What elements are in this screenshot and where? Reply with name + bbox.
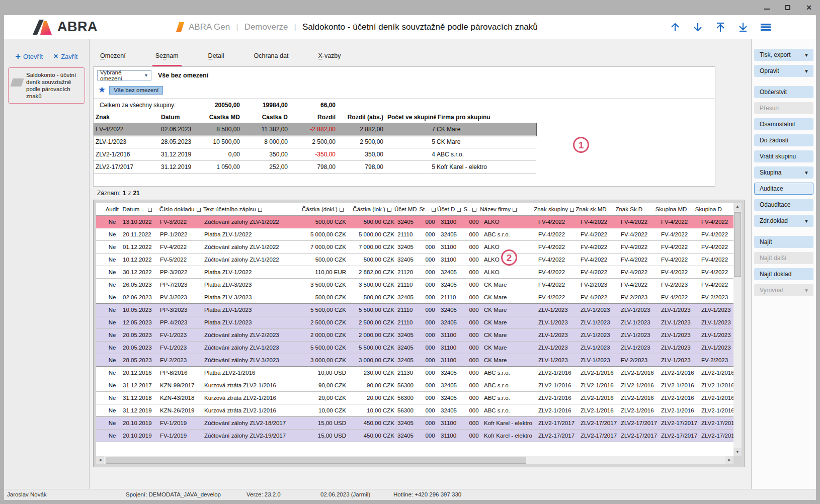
groups-column-header-rozdil-abs[interactable]: Rozdíl (abs.) (338, 114, 385, 121)
vertical-scrollbar[interactable]: ▲ ▼ (733, 203, 742, 456)
arrow-to-bottom-icon[interactable] (737, 22, 749, 33)
journal-table-row[interactable]: Ne20.12.2016PP-8/2016Platba ZLV2-1/20161… (96, 367, 733, 379)
restriction-chip[interactable]: Vše bez omezení (109, 86, 163, 95)
journal-column-header-znak-sk-md[interactable]: Znak sk.MD (574, 206, 614, 212)
v-scrollbar-thumb[interactable] (734, 212, 741, 277)
journal-column-header-cislo-dokladu[interactable]: Číslo dokladu (158, 206, 202, 212)
groups-table-row[interactable]: ZLV2-17/201731.12.20191 050,00252,00798,… (94, 161, 536, 174)
groups-table-row[interactable]: ZLV-1/202328.05.202310 500,008 000,002 5… (94, 136, 536, 148)
filter-checkbox-icon[interactable] (570, 208, 574, 212)
scroll-down-button[interactable]: ▼ (733, 448, 742, 456)
journal-table-row[interactable]: Ne20.10.2019FV-1/2019Zúčtování zálohy ZL… (96, 430, 733, 442)
horizontal-scrollbar[interactable]: ◄ ► (96, 456, 733, 464)
sidebar-button-do-zadosti[interactable]: Do žádostí (754, 134, 813, 146)
maximize-button[interactable] (784, 3, 792, 12)
journal-table-row[interactable]: Ne20.11.2022PP-1/2022Platba ZLV-1/20225 … (96, 228, 733, 241)
journal-cell: 000 (465, 244, 482, 250)
journal-column-header-znak-sk-d[interactable]: Znak Sk.D (614, 206, 653, 212)
journal-column-header-datum[interactable]: Datum ... (121, 206, 158, 212)
filter-checkbox-icon[interactable] (197, 208, 201, 212)
tab-ochrana-dat[interactable]: Ochrana dat (251, 51, 292, 66)
open-button[interactable]: + Otevřít (16, 53, 43, 60)
sidebar-button-najit[interactable]: Najít (754, 236, 813, 248)
arrow-down-icon[interactable] (692, 22, 704, 33)
sidebar-button-vyrovnat[interactable]: Vyrovnat▼ (754, 284, 813, 296)
tab-x-vazby[interactable]: X-vazby (315, 51, 344, 66)
open-agenda-card[interactable]: Saldokonto - účetní deník souvztažně pod… (8, 67, 85, 104)
sidebar-button-auditace[interactable]: Auditace (754, 183, 813, 195)
journal-column-header-nazev-firmy[interactable]: Název firmy (478, 206, 532, 212)
groups-column-header-datum[interactable]: Datum (159, 114, 207, 121)
journal-table-row[interactable]: Ne01.12.2022FV-4/2022Zúčtování zálohy ZL… (96, 241, 733, 254)
filter-checkbox-icon[interactable] (258, 208, 262, 212)
h-scrollbar-thumb[interactable] (106, 457, 526, 464)
groups-column-header-pocet-ve-skupine[interactable]: Počet ve skupině (385, 114, 436, 121)
journal-table-row[interactable]: Ne20.05.2023FV-1/2023Zúčtování zálohy ZL… (96, 342, 733, 354)
sidebar-button-odauditace[interactable]: Odauditace (754, 199, 813, 211)
sidebar-button-najit-doklad[interactable]: Najít doklad (754, 268, 813, 280)
sidebar-button-osamostatnit[interactable]: Osamostatnit (754, 118, 813, 130)
journal-table-row[interactable]: Ne10.05.2023PP-3/2023Platba ZLV-1/20235 … (96, 304, 733, 316)
journal-table-row[interactable]: Ne26.05.2023PP-7/2023Platba ZLV-3/20233 … (96, 279, 733, 291)
scroll-left-button[interactable]: ◄ (96, 456, 104, 464)
journal-table-row[interactable]: Ne13.10.2022FV-3/2022Zúčtování zálohy ZL… (96, 216, 733, 228)
journal-table-row[interactable]: Ne12.05.2023PP-4/2023Platba ZLV-1/20232 … (96, 316, 733, 329)
menu-icon[interactable] (760, 22, 772, 33)
journal-column-header-ucet-md[interactable]: Účet MD (393, 206, 418, 212)
close-agenda-button[interactable]: ✕ Zavřít (53, 53, 77, 60)
selected-restriction-dropdown[interactable]: Vybrané omezení ▼ (97, 70, 151, 80)
groups-column-header-castka-md[interactable]: Částka MD (207, 114, 242, 121)
sidebar-button-opravit[interactable]: Opravit▼ (754, 65, 813, 77)
journal-table-row[interactable]: Ne31.12.2017KZN-99/2017Kurzová ztráta ZL… (96, 379, 733, 392)
sidebar-button-skupina[interactable]: Skupina▼ (754, 166, 813, 179)
journal-column-header-audit[interactable]: Audit (103, 206, 121, 212)
sidebar-button-obcerstvit[interactable]: Občerstvit (754, 86, 813, 98)
journal-table-row[interactable]: Ne28.05.2023FV-2/2023Zúčtování zálohy ZL… (96, 354, 733, 367)
sidebar-button-presun[interactable]: Přesun (754, 102, 813, 114)
minimize-button[interactable] (763, 3, 771, 12)
filter-checkbox-icon[interactable] (432, 208, 436, 212)
tab-seznam[interactable]: Seznam (152, 51, 182, 66)
scroll-up-button[interactable]: ▲ (733, 203, 742, 211)
journal-column-header-skupina-d[interactable]: Skupina D (694, 206, 733, 212)
groups-column-header-firma-pro-skupinu[interactable]: Firma pro skupinu (436, 114, 534, 121)
journal-table-row[interactable]: Ne10.12.2022FV-5/2022Zúčtování zálohy ZL… (96, 254, 733, 266)
filter-checkbox-icon[interactable] (387, 208, 391, 212)
filter-checkbox-icon[interactable] (340, 208, 344, 212)
journal-column-header-castka-lok[interactable]: Částka (lok.) (345, 206, 393, 212)
sidebar-button-najit-dalsi[interactable]: Najít další (754, 252, 813, 264)
journal-table-row[interactable]: Ne02.06.2023PV-3/2023Platba ZLV-3/202350… (96, 291, 733, 304)
scroll-right-button[interactable]: ► (725, 456, 733, 464)
journal-table-row[interactable]: Ne20.05.2023FV-1/2023Zúčtování zálohy ZL… (96, 329, 733, 342)
filter-checkbox-icon[interactable] (472, 208, 476, 212)
arrow-up-icon[interactable] (669, 22, 681, 33)
tab-omezeni[interactable]: Omezení (97, 51, 129, 66)
journal-table-row[interactable]: Ne20.10.2019FV-1/2019Zúčtování zálohy ZL… (96, 417, 733, 430)
filter-checkbox-icon[interactable] (148, 208, 152, 212)
groups-column-header-rozdil[interactable]: Rozdíl (290, 114, 338, 121)
groups-table-row[interactable]: FV-4/202202.06.20238 500,0011 382,00-2 8… (94, 123, 536, 136)
journal-table-row[interactable]: Ne30.12.2022PP-3/2022Platba ZLV-1/202211… (96, 266, 733, 279)
close-button[interactable]: ✕ (805, 3, 813, 12)
journal-column-header-znak-skupiny[interactable]: Znak skupiny (532, 206, 574, 212)
groups-column-header-znak[interactable]: Znak (94, 114, 159, 121)
filter-checkbox-icon[interactable] (513, 208, 517, 212)
groups-column-header-castka-d[interactable]: Částka D (242, 114, 290, 121)
journal-column-header-text-ucetniho-zapisu[interactable]: Text účetního zápisu (202, 206, 297, 212)
arrow-to-top-icon[interactable] (714, 22, 726, 33)
groups-table-row[interactable]: ZLV2-1/201631.12.20190,00350,00-350,0035… (94, 148, 536, 161)
sidebar-button-tisk-export[interactable]: Tisk, export▼ (754, 49, 813, 61)
journal-column-header-s[interactable]: S.. (462, 206, 479, 212)
journal-column-header-ucet-d[interactable]: Účet D (436, 206, 462, 212)
sidebar-button-vratit-skupinu[interactable]: Vrátit skupinu (754, 150, 813, 162)
journal-table-row[interactable]: Ne31.12.2019KZN-26/2019Kurzová ztráta ZL… (96, 404, 733, 417)
tab-detail[interactable]: Detail (205, 51, 227, 66)
journal-cell: Ne (103, 370, 121, 376)
journal-column-header-skupina-md[interactable]: Skupina MD (654, 206, 694, 212)
journal-column-header-castka-dokl[interactable]: Částka (dokl.) (297, 206, 345, 212)
filter-checkbox-icon[interactable] (457, 208, 461, 212)
journal-column-header-st[interactable]: St... (418, 206, 436, 212)
favorite-star-icon[interactable]: ★ (98, 86, 106, 95)
journal-table-row[interactable]: Ne31.12.2018KZN-43/2018Kurzová ztráta ZL… (96, 392, 733, 404)
sidebar-button-zdr-doklad[interactable]: Zdr.doklad▼ (754, 215, 813, 227)
